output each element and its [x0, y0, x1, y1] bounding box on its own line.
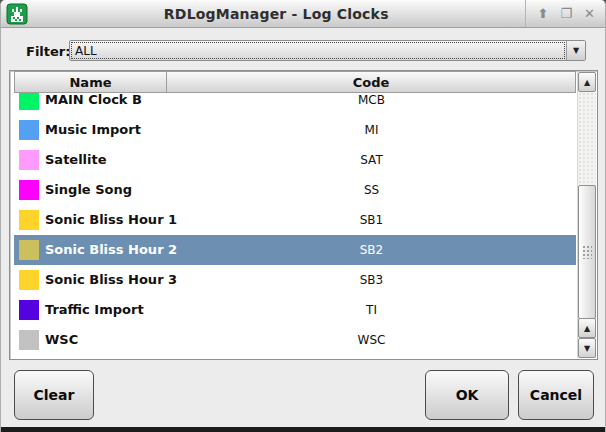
clock-name: Traffic Import — [45, 295, 144, 325]
clock-code: SAT — [167, 145, 576, 175]
table-row[interactable]: Sonic Bliss Hour 3 SB3 — [14, 265, 576, 295]
clock-color-swatch — [19, 210, 39, 230]
chevron-down-icon: ▼ — [573, 46, 579, 55]
app-icon[interactable] — [6, 3, 28, 25]
clock-color-swatch — [19, 240, 39, 260]
clock-name: Single Song — [45, 175, 132, 205]
window-bottom-edge — [1, 427, 605, 432]
clock-code: SB2 — [167, 235, 576, 265]
clock-color-swatch — [19, 120, 39, 140]
clock-color-swatch — [19, 180, 39, 200]
scrollbar-thumb[interactable] — [578, 185, 596, 319]
clock-name: WSC — [45, 325, 78, 355]
scroll-up-button[interactable]: ▲ — [578, 72, 596, 92]
dialog-log-clocks: RDLogManager - Log Clocks ⬆ ❐ ✕ Filter: … — [0, 0, 606, 432]
ok-button[interactable]: OK — [425, 370, 509, 420]
filter-dropdown-button[interactable]: ▼ — [566, 41, 585, 60]
clock-color-swatch — [19, 150, 39, 170]
filter-selected-value: ALL — [72, 44, 97, 58]
clock-color-swatch — [19, 330, 39, 350]
window-controls: ⬆ ❐ ✕ — [525, 0, 595, 27]
cancel-button[interactable]: Cancel — [518, 370, 594, 420]
arrow-up-icon: ▲ — [584, 78, 590, 87]
column-header-name[interactable]: Name — [14, 71, 167, 93]
table-row[interactable]: Sonic Bliss Hour 1 SB1 — [14, 205, 576, 235]
maximize-icon[interactable]: ❐ — [560, 0, 572, 28]
table-row[interactable]: MAIN Clock B MCB — [14, 93, 576, 115]
clock-code: MI — [167, 115, 576, 145]
table-row[interactable]: Sonic Bliss Hour 2 SB2 — [14, 235, 576, 265]
clock-list: MAIN Clock B MCB Music Import MI Satelli… — [14, 93, 576, 355]
clock-code: SB1 — [167, 205, 576, 235]
clock-name: Sonic Bliss Hour 1 — [45, 205, 177, 235]
scroll-down-button[interactable]: ▼ — [578, 338, 596, 358]
clock-code: WSC — [167, 325, 576, 355]
clock-code: TI — [167, 295, 576, 325]
table-row[interactable]: WSC WSC — [14, 325, 576, 355]
table-row[interactable]: Traffic Import TI — [14, 295, 576, 325]
filter-combobox-focus: ALL — [71, 42, 565, 59]
window-title: RDLogManager - Log Clocks — [28, 6, 525, 22]
scroll-up-button-bottom[interactable]: ▲ — [578, 318, 596, 338]
table-header: Name Code — [14, 71, 576, 93]
table-row[interactable]: Satellite SAT — [14, 145, 576, 175]
scrollbar-grip — [582, 245, 592, 259]
clear-button[interactable]: Clear — [14, 370, 94, 420]
table-row[interactable]: Music Import MI — [14, 115, 576, 145]
arrow-up-icon: ▲ — [584, 324, 590, 333]
column-header-code[interactable]: Code — [166, 71, 576, 93]
clock-code: SB3 — [167, 265, 576, 295]
clock-name: Sonic Bliss Hour 2 — [45, 235, 177, 265]
clock-color-swatch — [19, 270, 39, 290]
filter-combobox[interactable]: ALL ▼ — [69, 40, 586, 61]
clock-code: MCB — [167, 93, 576, 115]
clock-list-viewport: MAIN Clock B MCB Music Import MI Satelli… — [14, 93, 576, 358]
shade-icon[interactable]: ⬆ — [538, 0, 549, 28]
arrow-down-icon: ▼ — [584, 344, 590, 353]
clock-name: Music Import — [45, 115, 141, 145]
titlebar[interactable]: RDLogManager - Log Clocks ⬆ ❐ ✕ — [1, 0, 605, 28]
vertical-scrollbar[interactable]: ▲ ▲ ▼ — [577, 72, 596, 358]
clock-name: Satellite — [45, 145, 107, 175]
clock-name: MAIN Clock B — [45, 93, 142, 115]
clock-code: SS — [167, 175, 576, 205]
clock-name: Sonic Bliss Hour 3 — [45, 265, 177, 295]
clock-color-swatch — [19, 300, 39, 320]
clock-color-swatch — [19, 93, 39, 110]
close-icon[interactable]: ✕ — [584, 0, 595, 28]
filter-label: Filter: — [26, 44, 70, 59]
table-row[interactable]: Single Song SS — [14, 175, 576, 205]
clock-table: Name Code MAIN Clock B MCB Music Import … — [9, 70, 598, 360]
